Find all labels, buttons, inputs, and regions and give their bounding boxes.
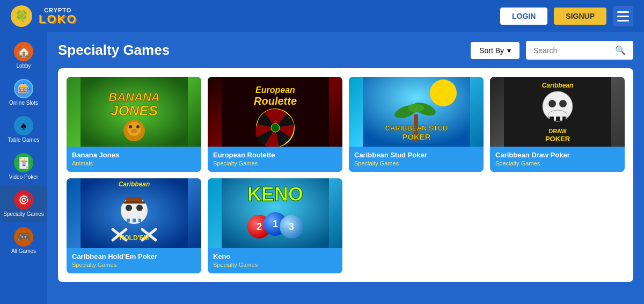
game-category-banana-jones: Animals (72, 160, 196, 167)
svg-text:JONES: JONES (110, 103, 158, 119)
game-category-caribbean-holdem: Specialty Games (72, 262, 196, 268)
game-info-keno: Keno Specialty Games (208, 248, 342, 273)
table-icon: ♠ (14, 116, 33, 135)
svg-text:DRAW: DRAW (548, 128, 567, 134)
game-thumb-caribbean-draw: Caribbean DRAW POKER (490, 77, 625, 147)
hamburger-line-2 (617, 16, 629, 17)
logo-text: CRYPTO LOKO (35, 6, 80, 26)
main-layout: 🏠 Lobby 🎰 Online Slots ♠ Table Games 🃏 V… (0, 32, 644, 304)
svg-rect-36 (123, 201, 145, 204)
sidebar-item-video-poker[interactable]: 🃏 Video Poker (0, 149, 47, 185)
svg-point-25 (548, 100, 556, 107)
game-category-caribbean-draw: Specialty Games (495, 160, 619, 167)
svg-text:2: 2 (256, 221, 261, 232)
menu-button[interactable] (613, 6, 633, 26)
svg-text:BANANA: BANANA (108, 90, 159, 104)
svg-text:HOLD'EM: HOLD'EM (119, 234, 149, 242)
slots-icon: 🎰 (14, 79, 33, 98)
svg-text:POKER: POKER (402, 132, 431, 141)
logo-loko: LOKO (39, 13, 77, 25)
game-name-banana-jones: Banana Jones (72, 151, 196, 159)
game-thumb-caribbean-stud: CARIBBEAN STUD POKER (349, 77, 484, 147)
svg-point-15 (430, 79, 457, 106)
game-info-banana-jones: Banana Jones Animals (67, 147, 201, 172)
svg-text:Roulette: Roulette (254, 95, 297, 107)
content-area: Specialty Games Sort By ▾ 🔍 (47, 32, 644, 304)
sort-label: Sort By (479, 46, 504, 55)
sidebar-item-table-games[interactable]: ♠ Table Games (0, 112, 47, 148)
all-games-icon: 🎮 (14, 227, 33, 247)
game-thumb-caribbean-holdem: Caribbean HOLD'EM (67, 178, 201, 248)
header-controls: Sort By ▾ 🔍 (471, 41, 633, 60)
sidebar-label-specialty: Specialty Games (3, 211, 44, 218)
game-card-caribbean-draw[interactable]: Caribbean DRAW POKER Caribbean Draw Poke… (490, 77, 625, 172)
game-card-caribbean-holdem[interactable]: Caribbean HOLD'EM Caribbean Hold'Em Poke… (67, 178, 201, 273)
games-grid: BANANA JONES Banana Jones Animals (67, 77, 625, 273)
game-name-european-roulette: European Roulette (213, 151, 337, 159)
games-container: BANANA JONES Banana Jones Animals (58, 68, 633, 282)
svg-text:3: 3 (288, 221, 294, 232)
search-input[interactable] (533, 46, 611, 55)
svg-text:POKER: POKER (545, 135, 570, 143)
content-header: Specialty Games Sort By ▾ 🔍 (58, 41, 633, 60)
svg-text:KENO: KENO (247, 183, 303, 205)
sidebar-item-all-games[interactable]: 🎮 All Games (0, 223, 47, 259)
svg-rect-35 (126, 197, 142, 201)
page-title: Specialty Games (58, 42, 170, 59)
svg-rect-40 (127, 219, 130, 222)
svg-rect-41 (133, 219, 136, 222)
svg-point-19 (408, 104, 424, 112)
game-card-banana-jones[interactable]: BANANA JONES Banana Jones Animals (67, 77, 201, 172)
search-icon: 🔍 (615, 45, 626, 55)
sidebar-label-all: All Games (11, 248, 36, 255)
game-info-european-roulette: European Roulette Specialty Games (208, 147, 342, 172)
game-card-european-roulette[interactable]: European Roulette (208, 77, 342, 172)
logo-icon: 🍀 (11, 5, 32, 27)
sidebar-item-lobby[interactable]: 🏠 Lobby (0, 38, 47, 74)
sidebar-label-table: Table Games (8, 137, 40, 143)
sidebar-label-video: Video Poker (9, 174, 38, 180)
svg-text:1: 1 (272, 219, 277, 229)
game-info-caribbean-draw: Caribbean Draw Poker Specialty Games (490, 147, 625, 172)
svg-point-5 (129, 125, 132, 128)
logo: 🍀 CRYPTO LOKO (11, 5, 80, 27)
sidebar-item-specialty-games[interactable]: 🎯 Specialty Games (0, 186, 47, 222)
svg-text:Caribbean: Caribbean (541, 82, 573, 89)
game-thumb-banana-jones: BANANA JONES (67, 77, 201, 147)
game-name-caribbean-stud: Caribbean Stud Poker (354, 151, 478, 159)
game-category-caribbean-stud: Specialty Games (354, 160, 478, 167)
svg-rect-29 (562, 117, 566, 121)
svg-text:Caribbean: Caribbean (118, 180, 150, 188)
game-name-keno: Keno (213, 252, 337, 260)
game-name-caribbean-draw: Caribbean Draw Poker (495, 151, 619, 159)
header-actions: LOGIN SIGNUP (500, 6, 633, 26)
svg-point-6 (136, 125, 140, 128)
game-card-caribbean-stud[interactable]: CARIBBEAN STUD POKER Caribbean Stud Poke… (349, 77, 484, 172)
game-category-european-roulette: Specialty Games (213, 160, 337, 167)
header: 🍀 CRYPTO LOKO LOGIN SIGNUP (0, 0, 644, 32)
video-poker-icon: 🃏 (14, 153, 33, 172)
svg-point-38 (136, 205, 143, 211)
sidebar-item-online-slots[interactable]: 🎰 Online Slots (0, 75, 47, 111)
sidebar-label-lobby: Lobby (16, 63, 31, 69)
hamburger-line-3 (617, 20, 629, 21)
game-info-caribbean-holdem: Caribbean Hold'Em Poker Specialty Games (67, 248, 201, 273)
svg-text:CARIBBEAN STUD: CARIBBEAN STUD (385, 124, 448, 132)
specialty-icon: 🎯 (14, 190, 33, 209)
sidebar-label-slots: Online Slots (9, 100, 38, 106)
lobby-icon: 🏠 (14, 42, 33, 61)
signup-button[interactable]: SIGNUP (554, 8, 606, 25)
svg-text:European: European (255, 85, 295, 95)
game-category-keno: Specialty Games (213, 262, 337, 268)
sort-button[interactable]: Sort By ▾ (471, 42, 519, 59)
login-button[interactable]: LOGIN (500, 8, 547, 25)
svg-point-7 (131, 129, 137, 133)
svg-rect-27 (550, 117, 554, 121)
chevron-down-icon: ▾ (507, 46, 511, 55)
search-box: 🔍 (526, 41, 633, 60)
hamburger-line-1 (617, 11, 629, 13)
sidebar: 🏠 Lobby 🎰 Online Slots ♠ Table Games 🃏 V… (0, 32, 47, 304)
game-card-keno[interactable]: KENO (208, 178, 342, 273)
svg-point-13 (271, 124, 280, 132)
game-thumb-keno: KENO (208, 178, 342, 248)
